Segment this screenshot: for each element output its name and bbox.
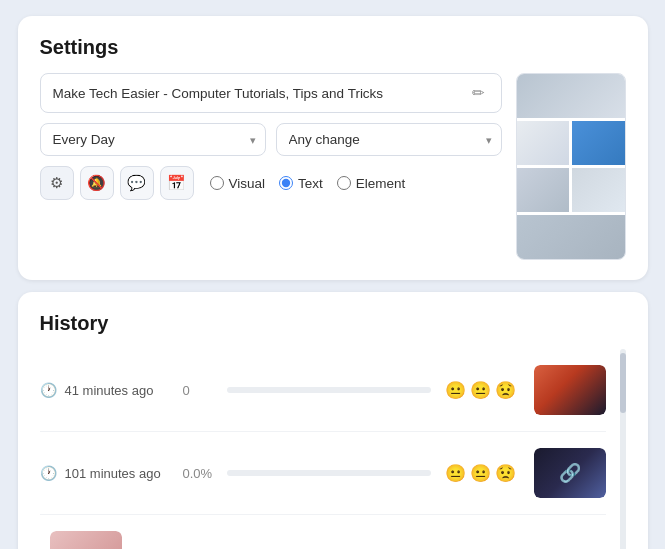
scrollbar-track — [620, 349, 626, 549]
radio-group: Visual Text Element — [210, 176, 406, 191]
settings-left: Make Tech Easier - Computer Tutorials, T… — [40, 73, 502, 200]
icons-radio-row: ⚙ 🔕 💬 📅 Visual — [40, 166, 502, 200]
url-row: Make Tech Easier - Computer Tutorials, T… — [40, 73, 502, 113]
url-text: Make Tech Easier - Computer Tutorials, T… — [53, 86, 468, 101]
radio-visual[interactable]: Visual — [210, 176, 266, 191]
thumb-h2-bg: 🔗 — [534, 448, 606, 498]
history-item: 🕐 41 minutes ago 0 😐 😐 😟 — [40, 349, 606, 432]
emoji-2a: 😐 — [445, 463, 466, 484]
settings-inner: Make Tech Easier - Computer Tutorials, T… — [40, 73, 626, 260]
settings-card: Settings Make Tech Easier - Computer Tut… — [18, 16, 648, 280]
calendar-button[interactable]: 📅 — [160, 166, 194, 200]
radio-element-input[interactable] — [337, 176, 351, 190]
emoji-group-2: 😐 😐 😟 — [445, 463, 516, 484]
emoji-group-1: 😐 😐 😟 — [445, 380, 516, 401]
change-select[interactable]: Any change Major change Minor change — [276, 123, 502, 156]
thumb-cell-5 — [572, 168, 625, 212]
gear-button[interactable]: ⚙ — [40, 166, 74, 200]
history-item-2: 🕐 101 minutes ago 0.0% 😐 😐 😟 🔗 — [40, 432, 606, 515]
history-thumb-1 — [534, 365, 606, 415]
radio-text-input[interactable] — [279, 176, 293, 190]
emoji-1c: 😟 — [495, 380, 516, 401]
thumb-cell-1 — [517, 74, 625, 118]
clock-icon-2: 🕐 — [40, 465, 57, 481]
emoji-1b: 😐 — [470, 380, 491, 401]
history-list: 🕐 41 minutes ago 0 😐 😐 😟 🕐 101 minu — [40, 349, 606, 549]
history-thumb-2: 🔗 — [534, 448, 606, 498]
history-thumb-3 — [50, 531, 122, 549]
bell-off-button[interactable]: 🔕 — [80, 166, 114, 200]
emoji-2c: 😟 — [495, 463, 516, 484]
thumb-cell-2 — [517, 121, 570, 165]
link-icon: 🔗 — [559, 462, 581, 484]
thumb-cell-6 — [517, 215, 625, 259]
thumb-cell-3 — [572, 121, 625, 165]
frequency-select-wrapper: Every Day Every Hour Every Week ▾ — [40, 123, 266, 156]
history-item-3 — [40, 515, 606, 549]
calendar-icon: 📅 — [167, 174, 186, 192]
history-value-1: 0 — [183, 383, 213, 398]
chat-icon: 💬 — [127, 174, 146, 192]
radio-text[interactable]: Text — [279, 176, 323, 191]
url-edit-button[interactable]: ✏ — [468, 82, 489, 104]
settings-thumbnail — [516, 73, 626, 260]
history-title: History — [40, 312, 626, 335]
history-time-1: 41 minutes ago — [65, 383, 175, 398]
emoji-2b: 😐 — [470, 463, 491, 484]
history-content: 🕐 41 minutes ago 0 😐 😐 😟 🕐 101 minu — [40, 349, 626, 549]
history-time-2: 101 minutes ago — [65, 466, 175, 481]
radio-element-label: Element — [356, 176, 406, 191]
history-bar-1 — [227, 387, 431, 393]
change-select-wrapper: Any change Major change Minor change ▾ — [276, 123, 502, 156]
edit-icon: ✏ — [472, 84, 485, 101]
emoji-1a: 😐 — [445, 380, 466, 401]
radio-visual-input[interactable] — [210, 176, 224, 190]
scrollbar-thumb[interactable] — [620, 353, 626, 413]
history-value-2: 0.0% — [183, 466, 213, 481]
bell-off-icon: 🔕 — [87, 174, 106, 192]
frequency-select[interactable]: Every Day Every Hour Every Week — [40, 123, 266, 156]
history-bar-2 — [227, 470, 431, 476]
thumb-h1-bg — [534, 365, 606, 415]
thumb-cell-4 — [517, 168, 570, 212]
thumb-h3-bg — [50, 531, 122, 549]
settings-title: Settings — [40, 36, 626, 59]
radio-visual-label: Visual — [229, 176, 266, 191]
clock-icon-1: 🕐 — [40, 382, 57, 398]
selects-row: Every Day Every Hour Every Week ▾ Any ch… — [40, 123, 502, 156]
scrollbar[interactable] — [614, 349, 626, 549]
chat-button[interactable]: 💬 — [120, 166, 154, 200]
gear-icon: ⚙ — [50, 174, 63, 192]
history-card: History 🕐 41 minutes ago 0 😐 😐 😟 — [18, 292, 648, 549]
radio-element[interactable]: Element — [337, 176, 406, 191]
radio-text-label: Text — [298, 176, 323, 191]
